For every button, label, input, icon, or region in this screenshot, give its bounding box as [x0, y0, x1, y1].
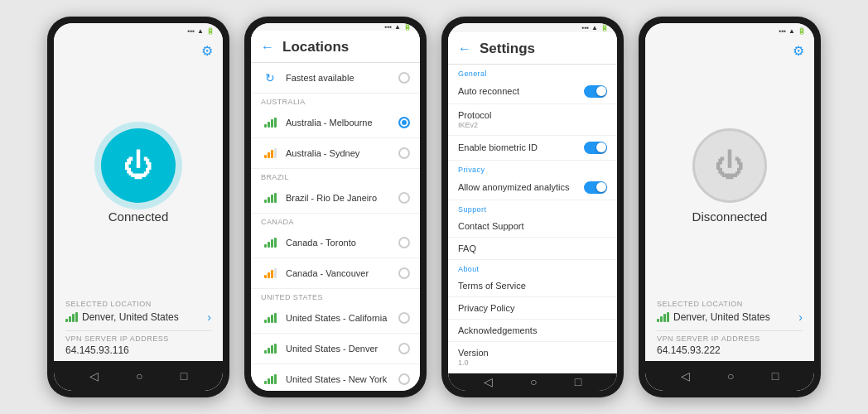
toggle-analytics[interactable] [584, 181, 607, 194]
nav-back-1[interactable]: ◁ [89, 369, 99, 383]
b2 [268, 378, 270, 384]
contact-support-link[interactable]: Contact Support [448, 215, 617, 238]
phone-disconnected: ▪▪▪ ▲ 🔋 ⚙ ⏻ Disconnected SELECTED LOCATI… [639, 17, 821, 397]
b2 [268, 152, 270, 158]
location-text-1: Denver, United States [82, 311, 179, 323]
toggle-biometric[interactable] [584, 142, 607, 154]
top-bar-1: ⚙ [54, 38, 223, 64]
vpn-circle-area-connected[interactable]: ⏻ Connected [54, 64, 223, 291]
locations-header: ← Locations [251, 31, 420, 63]
version-sub: 1.0 [458, 359, 489, 367]
nav-back-4[interactable]: ◁ [681, 369, 690, 383]
vpn-circle-area-disconnected[interactable]: ⏻ Disconnected [645, 64, 814, 291]
bar-3 [663, 314, 666, 322]
settings-biometric[interactable]: Enable biometric ID [448, 136, 617, 161]
gear-icon-1[interactable]: ⚙ [201, 43, 213, 59]
ip-label-1: VPN SERVER IP ADDRESS [65, 335, 211, 343]
chevron-right-1[interactable]: › [207, 310, 211, 324]
loc-rio[interactable]: Brazil - Rio De Janeiro [251, 183, 420, 214]
location-row-4[interactable]: Denver, United States › [657, 310, 803, 324]
radio-newyork[interactable] [398, 373, 410, 385]
loc-name-newyork: United States - New York [286, 374, 398, 384]
b3 [271, 270, 273, 278]
phone-connected: ▪▪▪ ▲ 🔋 ⚙ ⏻ Connected SELECTED LOCATION [47, 17, 229, 397]
loc-fastest[interactable]: ↻ Fastest available [251, 63, 420, 94]
ip-label-4: VPN SERVER IP ADDRESS [657, 335, 803, 343]
radio-melbourne[interactable] [398, 117, 410, 128]
nav-home-4[interactable]: ○ [727, 369, 734, 383]
selected-location-label-4: SELECTED LOCATION [657, 300, 803, 308]
toggle-auto-reconnect[interactable] [584, 85, 607, 98]
auto-reconnect-label: Auto reconnect [458, 86, 519, 96]
loc-melbourne[interactable]: Australia - Melbourne [251, 108, 420, 138]
radio-denver[interactable] [398, 343, 410, 354]
settings-analytics[interactable]: Allow anonymized analytics [448, 176, 617, 200]
tos-link[interactable]: Terms of Service [448, 275, 617, 297]
nav-home-3[interactable]: ○ [530, 375, 537, 388]
version-label: Version [458, 348, 489, 358]
radio-california[interactable] [398, 312, 410, 324]
acknowledgements-link[interactable]: Acknowledgements [448, 320, 617, 342]
vpn-info-disconnected: SELECTED LOCATION Denver, United States … [645, 291, 814, 361]
b4 [274, 374, 277, 384]
loc-name-toronto: Canada - Toronto [286, 238, 398, 248]
analytics-label: Allow anonymized analytics [458, 182, 570, 192]
b1 [264, 124, 267, 128]
toggle-knob-biometric [596, 142, 606, 152]
chevron-right-4[interactable]: › [798, 310, 803, 324]
back-arrow-locations[interactable]: ← [261, 40, 274, 55]
b3 [271, 150, 273, 158]
faq-link[interactable]: FAQ [448, 238, 617, 260]
b2 [268, 317, 270, 323]
b2 [268, 122, 270, 128]
bar-4 [667, 312, 669, 322]
radio-toronto[interactable] [398, 237, 410, 248]
loc-newyork[interactable]: United States - New York [251, 364, 420, 391]
radio-fastest[interactable] [398, 72, 410, 84]
b2 [268, 242, 270, 248]
signal-rio [261, 189, 279, 207]
loc-sydney[interactable]: Australia - Sydney [251, 138, 420, 169]
b1 [264, 350, 267, 354]
section-us: United States [251, 289, 420, 303]
settings-auto-reconnect[interactable]: Auto reconnect [448, 79, 617, 104]
privacy-policy-link[interactable]: Privacy Policy [448, 297, 617, 320]
location-left-4: Denver, United States [657, 311, 770, 323]
power-button-disconnected[interactable]: ⏻ [692, 128, 767, 203]
power-button-connected[interactable]: ⏻ [101, 128, 176, 203]
phone-locations: ▪▪▪ ▲ 🔋 ← Locations ↻ Fastest available [244, 17, 427, 397]
vpn-screen-connected: ⚙ ⏻ Connected SELECTED LOCATION [54, 38, 223, 361]
loc-toronto[interactable]: Canada - Toronto [251, 228, 420, 258]
loc-denver[interactable]: United States - Denver [251, 334, 420, 364]
nav-square-3[interactable]: □ [575, 375, 581, 388]
nav-back-3[interactable]: ◁ [484, 375, 493, 388]
nav-square-1[interactable]: □ [181, 369, 187, 383]
b3 [271, 239, 273, 248]
settings-version: Version 1.0 [448, 342, 617, 373]
b1 [264, 155, 267, 158]
b4 [274, 268, 277, 278]
settings-header: ← Settings [448, 32, 617, 65]
loc-vancouver[interactable]: Canada - Vancouver [251, 258, 420, 289]
location-row-1[interactable]: Denver, United States › [65, 310, 211, 324]
radio-sydney[interactable] [398, 147, 410, 159]
section-privacy: Privacy [448, 161, 617, 176]
gear-icon-4[interactable]: ⚙ [793, 43, 804, 59]
vpn-screen-disconnected: ⚙ ⏻ Disconnected SELECTED LOCATION [645, 38, 814, 361]
b2 [268, 197, 270, 203]
bar-2 [69, 316, 71, 322]
loc-california[interactable]: United States - California [251, 303, 420, 334]
settings-screen: ← Settings General Auto reconnect Protoc… [448, 32, 617, 373]
radio-vancouver[interactable] [398, 267, 410, 279]
top-bar-4: ⚙ [645, 38, 814, 64]
ip-text-1: 64.145.93.116 [65, 344, 211, 356]
power-icon-disconnected: ⏻ [715, 148, 745, 183]
loc-name-sydney: Australia - Sydney [286, 148, 398, 158]
nav-home-1[interactable]: ○ [136, 369, 142, 383]
protocol-left: Protocol IKEv2 [458, 110, 491, 129]
nav-square-4[interactable]: □ [772, 369, 779, 383]
signal-denver [261, 339, 279, 358]
radio-rio[interactable] [398, 192, 410, 204]
back-arrow-settings[interactable]: ← [458, 41, 471, 56]
b4 [274, 344, 277, 354]
